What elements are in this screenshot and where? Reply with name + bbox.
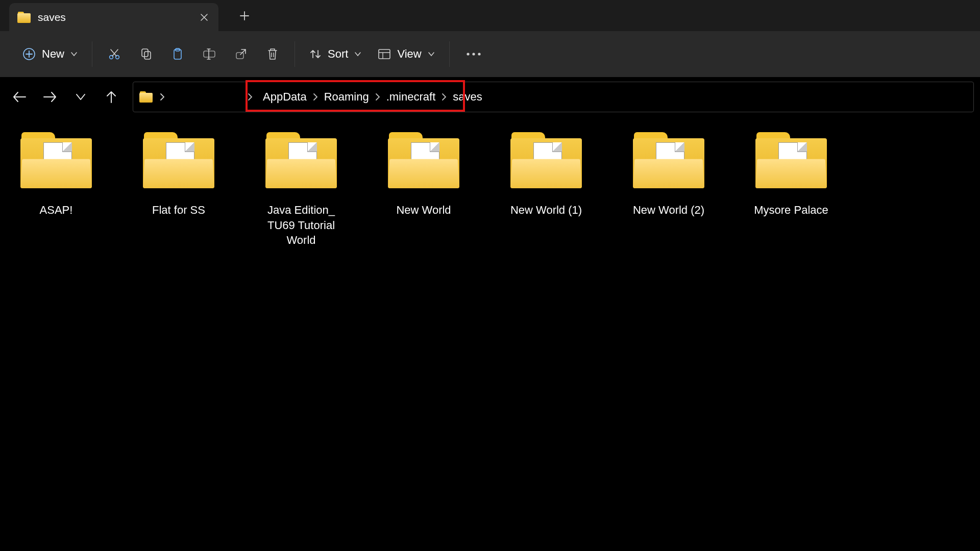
folder-item[interactable]: Mysore Palace (745, 132, 837, 248)
new-button[interactable]: New (14, 42, 86, 66)
sort-icon (309, 48, 322, 60)
share-button[interactable] (225, 39, 257, 69)
chevron-right-icon[interactable] (160, 93, 165, 101)
svg-point-12 (478, 53, 480, 55)
chevron-down-icon (76, 93, 86, 101)
folder-item[interactable]: ASAP! (10, 132, 102, 248)
folder-icon (755, 132, 827, 188)
svg-rect-8 (236, 53, 243, 59)
folder-icon (20, 132, 92, 188)
arrow-up-icon (106, 90, 117, 104)
chevron-right-icon (372, 93, 383, 101)
folder-icon (633, 132, 704, 188)
recent-locations-button[interactable] (67, 84, 94, 110)
ellipsis-icon (466, 52, 481, 56)
svg-point-11 (472, 53, 475, 55)
svg-rect-4 (144, 52, 151, 59)
close-icon[interactable] (198, 11, 210, 23)
breadcrumb: AppDataRoaming.minecraftsaves (260, 88, 485, 106)
folder-label: New World (2) (633, 203, 704, 218)
sort-button[interactable]: Sort (301, 42, 370, 66)
folder-item[interactable]: Flat for SS (133, 132, 225, 248)
address-bar[interactable]: AppDataRoaming.minecraftsaves (133, 82, 974, 112)
folder-icon (143, 132, 214, 188)
svg-rect-7 (204, 51, 215, 57)
folder-icon (17, 12, 31, 23)
breadcrumb-segment[interactable]: saves (450, 88, 485, 106)
copy-icon (139, 47, 153, 61)
folder-icon (510, 132, 582, 188)
breadcrumb-segment[interactable]: .minecraft (383, 88, 439, 106)
folder-label: New World (396, 203, 451, 218)
share-icon (234, 47, 248, 61)
paste-button[interactable] (162, 39, 193, 69)
rename-button[interactable] (193, 39, 225, 69)
plus-circle-icon (22, 47, 36, 61)
chevron-right-icon (438, 93, 450, 101)
more-button[interactable] (456, 39, 492, 69)
scissors-icon (108, 47, 121, 61)
forward-button[interactable] (37, 84, 63, 110)
explorer-tab[interactable]: saves (9, 3, 218, 31)
cut-button[interactable] (99, 39, 130, 69)
separator (449, 41, 450, 67)
breadcrumb-segment[interactable]: Roaming (321, 88, 372, 106)
folder-item[interactable]: New World (378, 132, 470, 248)
view-icon (378, 48, 391, 60)
chevron-down-icon (428, 51, 435, 58)
view-label: View (397, 47, 421, 61)
folder-label: Mysore Palace (754, 203, 828, 218)
folder-label: New World (1) (510, 203, 582, 218)
rename-icon (202, 47, 216, 61)
chevron-right-icon (244, 93, 256, 101)
new-tab-button[interactable] (233, 4, 256, 28)
folder-icon (265, 132, 337, 188)
trash-icon (266, 47, 279, 61)
arrow-left-icon (12, 91, 27, 103)
svg-rect-9 (379, 49, 390, 59)
view-button[interactable]: View (370, 42, 443, 66)
copy-button[interactable] (130, 39, 162, 69)
tab-title: saves (38, 11, 191, 23)
arrow-right-icon (43, 91, 57, 103)
up-button[interactable] (98, 84, 125, 110)
toolbar: New (0, 31, 980, 77)
chevron-down-icon (70, 51, 78, 58)
folder-item[interactable]: New World (2) (623, 132, 715, 248)
svg-point-10 (467, 53, 469, 55)
breadcrumb-segment[interactable]: AppData (260, 88, 310, 106)
folder-grid: ASAP!Flat for SSJava Edition_ TU69 Tutor… (0, 113, 980, 551)
separator (92, 41, 92, 67)
folder-label: Java Edition_ TU69 Tutorial World (255, 203, 347, 248)
svg-rect-3 (142, 49, 148, 57)
sort-label: Sort (328, 47, 348, 61)
new-label: New (42, 47, 64, 61)
folder-icon (139, 91, 153, 103)
folder-item[interactable]: New World (1) (500, 132, 592, 248)
separator (295, 41, 295, 67)
folder-item[interactable]: Java Edition_ TU69 Tutorial World (255, 132, 347, 248)
nav-row: AppDataRoaming.minecraftsaves (0, 77, 980, 113)
folder-label: ASAP! (40, 203, 73, 218)
tab-bar: saves (0, 0, 980, 31)
folder-label: Flat for SS (152, 203, 205, 218)
clipboard-icon (171, 47, 184, 61)
folder-icon (388, 132, 459, 188)
chevron-right-icon (310, 93, 321, 101)
chevron-down-icon (354, 51, 361, 58)
delete-button[interactable] (257, 39, 288, 69)
back-button[interactable] (6, 84, 33, 110)
